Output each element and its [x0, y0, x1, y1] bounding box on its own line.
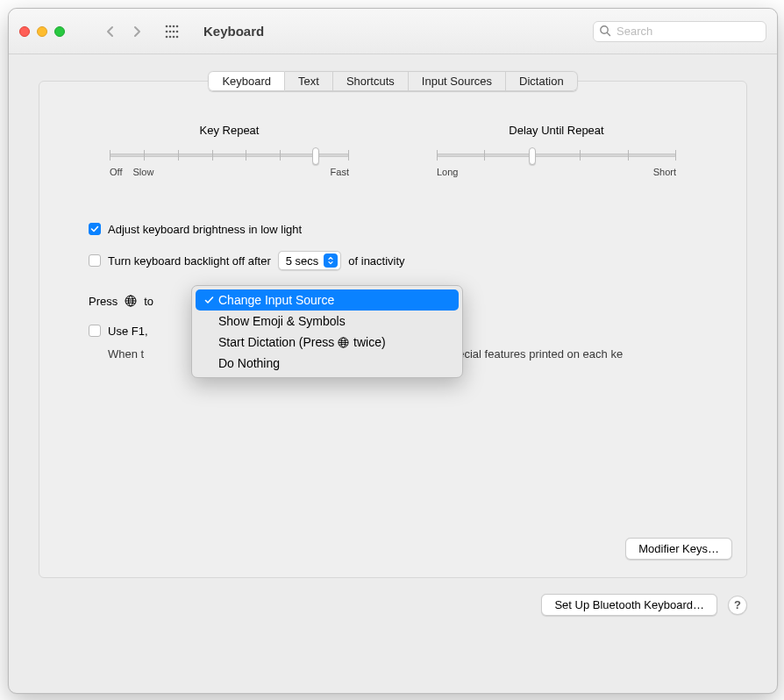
svg-point-8 — [166, 35, 168, 38]
use-fn-label-pre: Use F1, — [108, 325, 148, 338]
minimize-window-button[interactable] — [37, 26, 47, 37]
key-repeat-label: Key Repeat — [110, 124, 349, 137]
backlight-off-label-post: of inactivity — [348, 254, 404, 268]
tab-input-sources[interactable]: Input Sources — [409, 71, 506, 91]
back-button[interactable] — [100, 21, 121, 42]
adjust-brightness-row: Adjust keyboard brightness in low light — [89, 218, 697, 240]
use-fn-checkbox[interactable] — [89, 325, 101, 337]
backlight-off-checkbox[interactable] — [89, 254, 101, 267]
svg-point-11 — [176, 35, 179, 38]
zoom-window-button[interactable] — [54, 26, 65, 37]
delay-labels: Long Short — [437, 167, 676, 177]
tabs: Keyboard Text Shortcuts Input Sources Di… — [39, 71, 746, 91]
chevron-updown-icon — [324, 254, 338, 268]
tab-dictation[interactable]: Dictation — [506, 71, 578, 91]
dd-start-dictation[interactable]: Start Dictation (Press twice) — [196, 332, 459, 353]
dd-do-nothing[interactable]: Do Nothing — [196, 353, 459, 374]
help-button[interactable]: ? — [728, 596, 747, 615]
bluetooth-keyboard-button[interactable]: Set Up Bluetooth Keyboard… — [541, 594, 717, 616]
press-globe-dropdown[interactable]: Change Input Source Show Emoji & Symbols… — [191, 285, 463, 378]
svg-point-3 — [176, 25, 179, 27]
search-input[interactable] — [593, 21, 766, 42]
press-globe-post: to — [144, 295, 153, 308]
delay-group: Delay Until Repeat Long Short — [437, 124, 676, 177]
content: Keyboard Text Shortcuts Input Sources Di… — [9, 54, 777, 693]
svg-point-0 — [166, 25, 168, 27]
svg-point-9 — [169, 35, 172, 38]
titlebar: Keyboard — [9, 9, 777, 54]
svg-point-6 — [173, 30, 175, 32]
window-title: Keyboard — [203, 24, 264, 39]
show-all-prefs-button[interactable] — [161, 21, 182, 42]
svg-point-10 — [173, 35, 175, 38]
search-wrap — [593, 21, 766, 42]
delay-label: Delay Until Repeat — [437, 124, 676, 137]
window-controls — [19, 26, 65, 37]
key-repeat-labels: OffSlow Fast — [110, 167, 349, 177]
tab-text[interactable]: Text — [285, 71, 333, 91]
svg-point-5 — [169, 30, 172, 32]
forward-button[interactable] — [126, 21, 147, 42]
globe-icon — [338, 337, 350, 349]
svg-point-4 — [166, 30, 168, 32]
footer-inside: Modifier Keys… — [39, 529, 746, 560]
key-repeat-group: Key Repeat OffSlow Fast — [110, 124, 349, 177]
svg-point-2 — [173, 25, 175, 27]
globe-icon — [125, 295, 137, 307]
tab-shortcuts[interactable]: Shortcuts — [333, 71, 409, 91]
backlight-off-row: Turn keyboard backlight off after 5 secs… — [89, 249, 697, 272]
svg-point-1 — [169, 25, 172, 27]
tab-keyboard[interactable]: Keyboard — [208, 71, 285, 91]
backlight-off-label-pre: Turn keyboard backlight off after — [108, 254, 271, 268]
key-repeat-slider[interactable] — [110, 146, 349, 163]
modifier-keys-button[interactable]: Modifier Keys… — [625, 538, 732, 560]
dd-show-emoji[interactable]: Show Emoji & Symbols — [196, 311, 459, 332]
search-icon — [599, 25, 611, 39]
footer-outside: Set Up Bluetooth Keyboard… ? — [39, 578, 747, 616]
preferences-window: Keyboard Keyboard Text Shortcuts Input S… — [8, 8, 778, 694]
svg-line-13 — [607, 32, 609, 35]
sliders: Key Repeat OffSlow Fast Delay Until Repe… — [89, 124, 697, 204]
check-icon — [203, 296, 215, 305]
keyboard-pane: Keyboard Text Shortcuts Input Sources Di… — [39, 81, 747, 578]
nav-controls — [100, 21, 147, 42]
dd-change-input-source[interactable]: Change Input Source — [196, 289, 459, 311]
backlight-off-popup[interactable]: 5 secs — [278, 251, 342, 270]
adjust-brightness-label: Adjust keyboard brightness in low light — [108, 223, 302, 236]
adjust-brightness-checkbox[interactable] — [89, 223, 101, 235]
tabbar: Keyboard Text Shortcuts Input Sources Di… — [208, 71, 577, 91]
svg-point-7 — [176, 30, 179, 32]
close-window-button[interactable] — [19, 26, 30, 37]
delay-slider[interactable] — [437, 146, 676, 163]
press-globe-pre: Press — [89, 295, 118, 308]
